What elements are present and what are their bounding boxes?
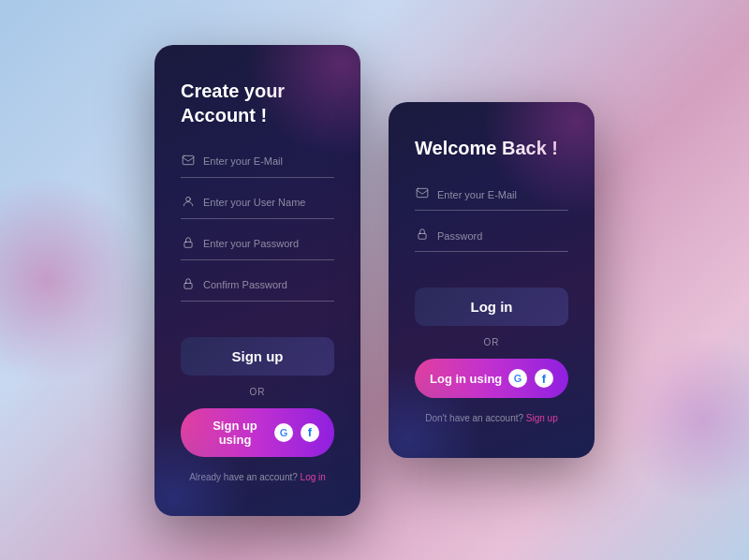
svg-rect-3: [184, 283, 192, 288]
login-card: Welcome Back ! Log in OR Log in using G …: [389, 102, 595, 458]
google-icon: G: [274, 423, 293, 442]
login-social-label: Log in using: [430, 372, 502, 386]
signup-footer: Already have an account? Log in: [181, 472, 334, 482]
login-google-icon: G: [508, 369, 527, 388]
signup-username-group: [181, 195, 334, 219]
lock2-icon: [181, 277, 196, 293]
signup-username-input[interactable]: [203, 197, 334, 208]
login-social-button[interactable]: Log in using G f: [415, 359, 568, 398]
login-link[interactable]: Log in: [301, 472, 326, 482]
login-title: Welcome Back !: [415, 136, 568, 160]
signup-title: Create your Account !: [181, 79, 334, 127]
signup-password-input[interactable]: [203, 238, 334, 249]
svg-rect-2: [184, 242, 192, 247]
signup-password-group: [181, 236, 334, 260]
svg-rect-0: [183, 155, 194, 164]
login-password-group: [415, 228, 568, 252]
email-icon: [181, 154, 196, 169]
login-facebook-icon: f: [535, 369, 553, 388]
signup-social-button[interactable]: Sign up using G f: [181, 408, 334, 457]
facebook-icon: f: [301, 423, 319, 442]
login-footer-text: Don't have an account?: [425, 413, 523, 423]
login-email-input[interactable]: [437, 189, 568, 200]
login-button[interactable]: Log in: [415, 287, 568, 326]
lock-icon: [181, 236, 196, 252]
signup-confirm-password-group: [181, 277, 334, 302]
signup-social-icons: G f: [274, 423, 319, 442]
login-email-icon: [415, 186, 430, 202]
login-lock-icon: [415, 228, 430, 243]
signup-link[interactable]: Sign up: [526, 413, 558, 423]
signup-card: Create your Account !: [154, 45, 360, 516]
signup-button[interactable]: Sign up: [181, 337, 334, 376]
signup-footer-text: Already have an account?: [189, 472, 298, 482]
login-email-group: [415, 186, 568, 211]
login-or-divider: OR: [415, 337, 568, 347]
signup-email-input[interactable]: [203, 155, 334, 167]
user-icon: [181, 195, 196, 211]
login-footer: Don't have an account? Sign up: [415, 413, 568, 423]
signup-social-label: Sign up using: [196, 419, 274, 447]
signup-confirm-password-input[interactable]: [203, 279, 334, 290]
signup-email-group: [181, 154, 334, 178]
signup-or-divider: OR: [181, 387, 334, 397]
svg-point-1: [186, 197, 191, 201]
login-social-icons: G f: [508, 369, 553, 388]
svg-rect-4: [417, 188, 428, 197]
login-password-input[interactable]: [437, 230, 568, 242]
svg-rect-5: [419, 233, 426, 239]
